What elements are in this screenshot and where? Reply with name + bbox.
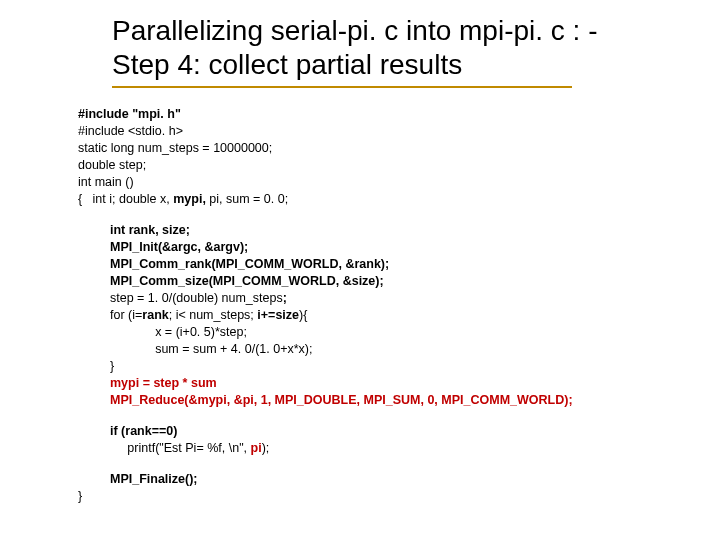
code-block-4: MPI_Finalize(); — [110, 471, 698, 488]
code-line: #include "mpi. h" — [78, 106, 698, 123]
code-line: int main () — [78, 174, 698, 191]
code-frag: rank — [142, 308, 168, 322]
code-block-2: int rank, size; MPI_Init(&argc, &argv); … — [110, 222, 698, 409]
title-line-2: Step 4: collect partial results — [112, 49, 462, 80]
code-line: MPI_Comm_size(MPI_COMM_WORLD, &size); — [110, 273, 698, 290]
code-line: for (i=rank; i< num_steps; i+=size){ — [110, 307, 698, 324]
code-frag: i+=size — [257, 308, 299, 322]
code-close-brace: } — [78, 488, 698, 505]
code-line: printf("Est Pi= %f, \n", pi); — [110, 440, 698, 457]
code-line: mypi = step * sum — [110, 375, 698, 392]
slide-title: Parallelizing serial-pi. c into mpi-pi. … — [112, 14, 692, 82]
code-frag: ; i< num_steps; — [169, 308, 258, 322]
code-line: MPI_Comm_rank(MPI_COMM_WORLD, &rank); — [110, 256, 698, 273]
code-line: MPI_Finalize(); — [110, 471, 698, 488]
code-frag: ); — [262, 441, 270, 455]
code-frag: mypi, — [173, 192, 206, 206]
code-frag: ; — [283, 291, 287, 305]
code-line: x = (i+0. 5)*step; — [110, 324, 698, 341]
code-frag: pi, sum = 0. 0; — [206, 192, 288, 206]
code-frag: pi — [251, 441, 262, 455]
code-frag: for (i= — [110, 308, 142, 322]
code-frag: ){ — [299, 308, 307, 322]
title-underline — [112, 86, 572, 88]
code-block-3: if (rank==0) printf("Est Pi= %f, \n", pi… — [110, 423, 698, 457]
code-body: #include "mpi. h" #include <stdio. h> st… — [78, 106, 698, 505]
code-line: } — [110, 358, 698, 375]
code-frag: printf("Est Pi= %f, \n", — [110, 441, 251, 455]
code-frag: { int i; double x, — [78, 192, 173, 206]
title-line-1: Parallelizing serial-pi. c into mpi-pi. … — [112, 15, 598, 46]
code-line: step = 1. 0/(double) num_steps; — [110, 290, 698, 307]
code-frag: step = 1. 0/(double) num_steps — [110, 291, 283, 305]
code-line: if (rank==0) — [110, 423, 698, 440]
code-line: MPI_Init(&argc, &argv); — [110, 239, 698, 256]
code-line: #include <stdio. h> — [78, 123, 698, 140]
code-line: double step; — [78, 157, 698, 174]
code-line: int rank, size; — [110, 222, 698, 239]
code-line: MPI_Reduce(&mypi, &pi, 1, MPI_DOUBLE, MP… — [110, 392, 698, 409]
code-line: { int i; double x, mypi, pi, sum = 0. 0; — [78, 191, 698, 208]
code-line: static long num_steps = 10000000; — [78, 140, 698, 157]
code-line: sum = sum + 4. 0/(1. 0+x*x); — [110, 341, 698, 358]
